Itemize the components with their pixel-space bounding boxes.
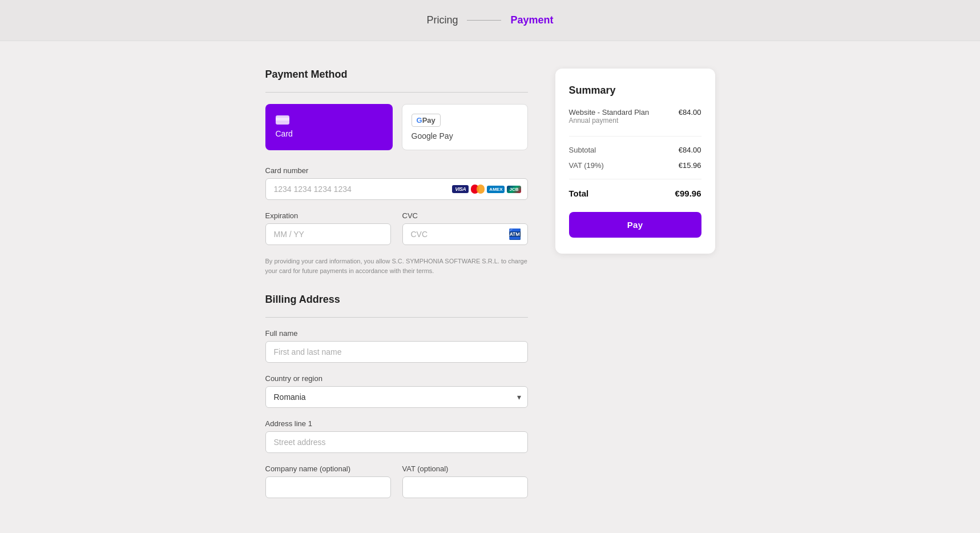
country-select-wrapper: Romania Germany France United States ▾ [265,386,528,408]
cvc-card-icon: 🏧 [509,228,521,241]
billing-divider [265,317,528,318]
expiration-input[interactable] [265,223,391,245]
full-name-label: Full name [265,329,528,338]
pay-button[interactable]: Pay [569,212,701,238]
expiry-cvc-group: Expiration CVC 🏧 [265,211,528,257]
summary-plan-price: €84.00 [679,108,701,117]
summary-plan-item: Website - Standard Plan Annual payment €… [569,108,701,125]
card-logos: VISA AMEX JCB [452,185,521,194]
address-input[interactable] [265,431,528,453]
summary-divider-2 [569,179,701,179]
vat-input[interactable] [402,476,528,498]
vat-row: VAT (19%) €15.96 [569,161,701,170]
subtotal-label: Subtotal [569,146,596,154]
summary-plan-sub: Annual payment [569,117,650,125]
full-name-input[interactable] [265,341,528,363]
cvc-group: CVC 🏧 [402,211,528,245]
summary-card: Summary Website - Standard Plan Annual p… [555,69,715,254]
gpay-logo: GPay [412,114,441,127]
subtotal-row: Subtotal €84.00 [569,146,701,154]
country-group: Country or region Romania Germany France… [265,374,528,408]
address-group: Address line 1 [265,419,528,453]
expiration-group: Expiration [265,211,391,245]
googlepay-payment-option[interactable]: GPay Google Pay [402,104,528,150]
summary-title: Summary [569,85,701,97]
visa-logo: VISA [452,185,469,193]
breadcrumb-pricing: Pricing [426,14,458,26]
amex-logo: AMEX [487,186,505,193]
billing-address-section: Billing Address Full name Country or reg… [265,294,528,510]
country-label: Country or region [265,374,528,383]
address-label: Address line 1 [265,419,528,428]
summary-plan-name: Website - Standard Plan [569,108,650,117]
breadcrumb-payment: Payment [510,14,553,26]
breadcrumb-divider [467,20,501,21]
divider [265,92,528,93]
payment-method-title: Payment Method [265,69,528,81]
card-payment-option[interactable]: Card [265,104,393,150]
card-icon [276,114,382,125]
gpay-label: Google Pay [412,131,518,141]
country-select[interactable]: Romania Germany France United States [265,386,528,408]
gpay-icon: GPay [412,114,518,127]
company-vat-group: Company name (optional) VAT (optional) [265,464,528,510]
subtotal-value: €84.00 [679,146,701,154]
right-panel: Summary Website - Standard Plan Annual p… [555,69,715,510]
total-value: €99.96 [675,189,701,198]
company-group: Company name (optional) [265,464,391,498]
card-label: Card [276,129,382,138]
breadcrumb: Pricing Payment [426,14,553,26]
billing-title: Billing Address [265,294,528,306]
payment-methods: Card GPay Google Pay [265,104,528,150]
card-number-wrapper: VISA AMEX JCB [265,178,528,200]
expiration-label: Expiration [265,211,391,220]
summary-divider-1 [569,136,701,137]
card-icon-shape [276,115,289,125]
vat-row-value: €15.96 [679,161,701,170]
vat-label: VAT (optional) [402,464,528,473]
full-name-group: Full name [265,329,528,363]
vat-row-label: VAT (19%) [569,161,604,170]
left-panel: Payment Method Card GPay [265,69,528,510]
company-input[interactable] [265,476,391,498]
payment-method-section: Payment Method Card GPay [265,69,528,275]
total-label: Total [569,189,589,198]
consent-text: By providing your card information, you … [265,257,528,275]
top-bar: Pricing Payment [0,0,980,41]
mastercard-logo [471,185,485,194]
total-row: Total €99.96 [569,189,701,198]
cvc-label: CVC [402,211,528,220]
card-number-group: Card number VISA AMEX JCB [265,166,528,200]
company-label: Company name (optional) [265,464,391,473]
main-content: Payment Method Card GPay [91,41,890,533]
jcb-logo: JCB [507,186,521,193]
vat-group: VAT (optional) [402,464,528,498]
card-number-label: Card number [265,166,528,175]
cvc-wrapper: 🏧 [402,223,528,245]
